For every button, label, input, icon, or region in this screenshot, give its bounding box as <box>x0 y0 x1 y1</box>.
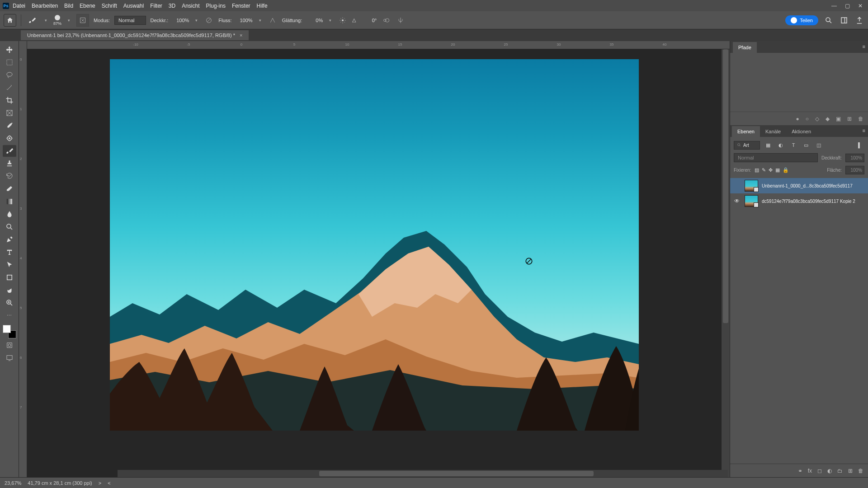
delete-layer-icon[interactable]: 🗑 <box>858 468 863 474</box>
document-tab[interactable]: Unbenannt-1 bei 23,7% (Unbenannt-1_0000_… <box>21 30 249 40</box>
screenmode-tool[interactable] <box>3 352 16 364</box>
horizontal-ruler[interactable]: -10-50510152025303540 <box>27 41 730 49</box>
lasso-tool[interactable] <box>3 69 16 81</box>
menu-plugins[interactable]: Plug-ins <box>206 3 226 9</box>
lock-pos-icon[interactable]: ✥ <box>769 167 773 173</box>
horizontal-scrollbar[interactable] <box>118 470 728 477</box>
vertical-scrollbar[interactable] <box>722 49 730 477</box>
link-layers-icon[interactable]: ⚭ <box>798 468 802 474</box>
wand-tool[interactable] <box>3 82 16 94</box>
brush-size-picker[interactable]: 87% <box>53 15 61 26</box>
lock-trans-icon[interactable]: ▨ <box>755 167 759 173</box>
opacity-dropdown[interactable]: ▾ <box>193 18 199 23</box>
menu-ansicht[interactable]: Ansicht <box>182 3 199 9</box>
brush-panel-toggle[interactable] <box>76 14 89 27</box>
tab-pfade[interactable]: Pfade <box>733 42 757 53</box>
zoom-tool[interactable] <box>3 297 16 309</box>
flow-value[interactable]: 100% <box>236 18 253 23</box>
filter-shape-icon[interactable]: ▭ <box>802 141 811 150</box>
document-canvas[interactable] <box>110 59 639 431</box>
filter-toggle[interactable]: ▌ <box>855 141 864 150</box>
tab-kanaele[interactable]: Kanäle <box>760 126 786 137</box>
filter-pixel-icon[interactable]: ▦ <box>764 141 773 150</box>
opacity-value[interactable]: 100% <box>173 18 189 23</box>
gradient-tool[interactable] <box>3 196 16 207</box>
home-button[interactable] <box>4 14 16 27</box>
lock-nest-icon[interactable]: ▦ <box>775 167 780 173</box>
stamp-tool[interactable] <box>3 158 16 169</box>
menu-ebene[interactable]: Ebene <box>80 3 95 9</box>
pressure-opacity-icon[interactable] <box>204 15 214 25</box>
layer-thumbnail[interactable] <box>745 180 758 192</box>
path-select-tool[interactable] <box>3 259 16 271</box>
status-dims[interactable]: 41,79 cm x 28,1 cm (300 ppi) <box>28 480 92 486</box>
symmetry-icon[interactable] <box>396 15 406 25</box>
marquee-tool[interactable] <box>3 56 16 68</box>
panel-menu-icon[interactable]: ≡ <box>863 44 865 49</box>
path-selection-icon[interactable]: ◇ <box>815 116 819 122</box>
filter-adjust-icon[interactable]: ◐ <box>776 141 785 150</box>
angle-value[interactable]: 0° <box>360 18 377 23</box>
path-mask-icon[interactable]: ▣ <box>836 116 841 122</box>
move-tool[interactable] <box>3 44 16 56</box>
layer-name[interactable]: Unbenannt-1_0000_d...8c3bca509fec5d9117 <box>762 183 865 188</box>
lock-paint-icon[interactable]: ✎ <box>762 167 766 173</box>
status-prev-icon[interactable]: > <box>99 480 101 486</box>
menu-fenster[interactable]: Fenster <box>232 3 250 9</box>
layer-list[interactable]: Unbenannt-1_0000_d...8c3bca509fec5d9117👁… <box>730 178 868 464</box>
menu-hilfe[interactable]: Hilfe <box>257 3 268 9</box>
lock-all-icon[interactable]: 🔒 <box>783 167 789 173</box>
path-stroke-icon[interactable]: ○ <box>806 116 809 122</box>
tab-ebenen[interactable]: Ebenen <box>732 126 760 137</box>
tool-indicator-brush[interactable] <box>26 14 38 27</box>
adjustment-layer-icon[interactable]: ◐ <box>827 468 832 474</box>
paths-panel-body[interactable] <box>730 53 868 112</box>
frame-tool[interactable] <box>3 107 16 119</box>
smoothing-value[interactable]: 0% <box>307 18 323 23</box>
tool-preset-dropdown[interactable]: ▾ <box>43 18 49 23</box>
fill-value[interactable]: 100% <box>845 166 864 174</box>
layer-opacity-value[interactable]: 100% <box>845 154 864 162</box>
menu-datei[interactable]: Datei <box>13 3 25 9</box>
brush-size-dropdown[interactable]: ▾ <box>66 18 72 23</box>
brush-tool[interactable] <box>3 145 16 157</box>
layer-kind-select[interactable]: Art <box>734 141 760 150</box>
layer-name[interactable]: dc59124e7f79a08c3bca509fec5d9117 Kopie 2 <box>762 199 865 204</box>
layer-row[interactable]: Unbenannt-1_0000_d...8c3bca509fec5d9117 <box>730 178 868 193</box>
maximize-button[interactable]: ▢ <box>845 3 850 9</box>
layer-blend-select[interactable]: Normal <box>734 153 818 162</box>
tab-aktionen[interactable]: Aktionen <box>786 126 816 137</box>
layers-menu-icon[interactable]: ≡ <box>863 128 865 133</box>
eyedropper-tool[interactable] <box>3 120 16 131</box>
color-swatches[interactable] <box>3 325 16 338</box>
path-fill-icon[interactable]: ● <box>796 116 799 122</box>
canvas-viewport[interactable]: -10-50510152025303540 <box>27 41 730 477</box>
path-new-icon[interactable]: ⊞ <box>847 116 852 122</box>
layer-group-icon[interactable]: 🗀 <box>837 468 843 474</box>
pen-tool[interactable] <box>3 234 16 245</box>
hand-tool[interactable] <box>3 284 16 296</box>
status-next-icon[interactable]: < <box>108 480 110 486</box>
close-tab-icon[interactable]: × <box>240 33 242 38</box>
layer-visibility-icon[interactable]: 👁 <box>733 198 741 204</box>
filter-smart-icon[interactable]: ◫ <box>814 141 823 150</box>
type-tool[interactable] <box>3 246 16 258</box>
pressure-size-icon[interactable] <box>381 15 391 25</box>
close-button[interactable]: ✕ <box>858 3 863 9</box>
share-button[interactable]: Teilen <box>785 15 818 25</box>
blend-mode-select[interactable]: Normal <box>114 16 146 25</box>
menu-3d[interactable]: 3D <box>169 3 175 9</box>
menu-bild[interactable]: Bild <box>64 3 73 9</box>
vertical-ruler[interactable]: 01234567 <box>19 41 27 477</box>
menu-auswahl[interactable]: Auswahl <box>123 3 144 9</box>
layer-row[interactable]: 👁dc59124e7f79a08c3bca509fec5d9117 Kopie … <box>730 193 868 209</box>
airbrush-icon[interactable] <box>268 15 278 25</box>
dodge-tool[interactable] <box>3 221 16 233</box>
smoothing-options-icon[interactable] <box>338 15 348 25</box>
quickmask-tool[interactable] <box>3 339 16 351</box>
eraser-tool[interactable] <box>3 183 16 195</box>
minimize-button[interactable]: — <box>831 3 837 9</box>
edit-toolbar[interactable]: ⋯ <box>3 310 16 321</box>
layer-thumbnail[interactable] <box>745 195 758 207</box>
path-delete-icon[interactable]: 🗑 <box>858 116 863 122</box>
